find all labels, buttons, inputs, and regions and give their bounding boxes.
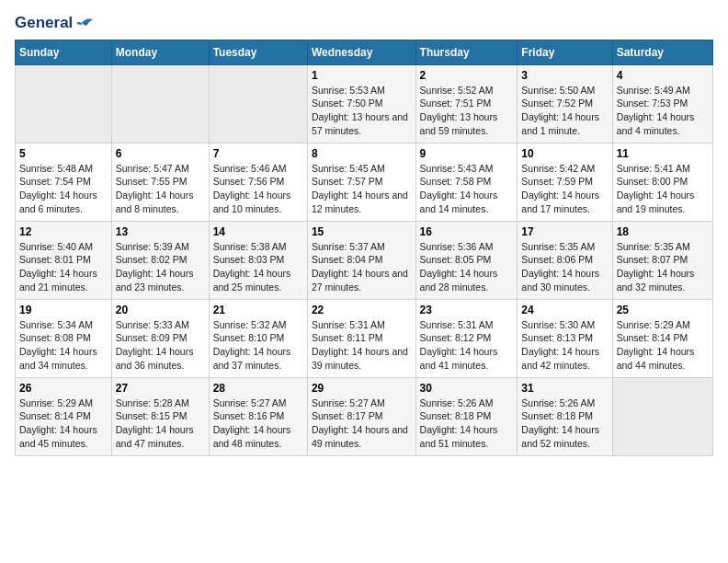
cell-content: Sunset: 8:18 PM [521, 409, 608, 423]
cell-content: Sunset: 8:01 PM [19, 253, 108, 267]
cell-content: Daylight: 14 hours and 32 minutes. [617, 267, 709, 293]
calendar-cell: 22Sunrise: 5:31 AMSunset: 8:11 PMDayligh… [307, 299, 415, 377]
cell-content: Sunrise: 5:28 AM [116, 396, 205, 410]
cell-content: Daylight: 14 hours and 39 minutes. [312, 345, 412, 372]
calendar-cell [111, 64, 209, 143]
calendar-cell: 4Sunrise: 5:49 AMSunset: 7:53 PMDaylight… [612, 64, 712, 143]
cell-content: Daylight: 14 hours and 19 minutes. [617, 189, 709, 215]
cell-content: Sunrise: 5:37 AM [312, 240, 412, 254]
header-cell-wednesday: Wednesday [307, 40, 415, 64]
cell-content: Sunset: 7:51 PM [420, 97, 514, 110]
calendar-cell: 21Sunrise: 5:32 AMSunset: 8:10 PMDayligh… [209, 299, 307, 377]
cell-content: Sunrise: 5:45 AM [312, 162, 412, 176]
calendar-cell: 26Sunrise: 5:29 AMSunset: 8:14 PMDayligh… [16, 377, 112, 455]
calendar-row-0: 1Sunrise: 5:53 AMSunset: 7:50 PMDaylight… [16, 64, 713, 143]
day-number: 11 [617, 147, 709, 160]
day-number: 13 [116, 225, 205, 238]
header-cell-sunday: Sunday [16, 40, 112, 64]
cell-content: Daylight: 14 hours and 48 minutes. [213, 423, 303, 450]
day-number: 1 [312, 69, 412, 82]
cell-content: Daylight: 14 hours and 25 minutes. [213, 267, 303, 293]
calendar-row-2: 12Sunrise: 5:40 AMSunset: 8:01 PMDayligh… [16, 221, 713, 299]
calendar-cell: 18Sunrise: 5:35 AMSunset: 8:07 PMDayligh… [612, 221, 712, 299]
cell-content: Sunrise: 5:32 AM [213, 318, 303, 332]
cell-content: Sunrise: 5:30 AM [521, 318, 608, 332]
cell-content: Daylight: 14 hours and 6 minutes. [19, 189, 108, 215]
page-header: General [15, 15, 713, 32]
cell-content: Sunrise: 5:38 AM [213, 240, 303, 254]
calendar-row-4: 26Sunrise: 5:29 AMSunset: 8:14 PMDayligh… [16, 377, 713, 455]
calendar-cell: 23Sunrise: 5:31 AMSunset: 8:12 PMDayligh… [415, 299, 518, 377]
cell-content: Sunset: 8:14 PM [19, 409, 108, 423]
cell-content: Sunset: 7:50 PM [312, 97, 412, 110]
cell-content: Sunset: 7:56 PM [213, 175, 303, 189]
cell-content: Daylight: 14 hours and 42 minutes. [521, 345, 608, 372]
cell-content: Sunrise: 5:33 AM [116, 318, 205, 332]
cell-content: Sunrise: 5:35 AM [617, 240, 709, 254]
logo-bird-icon [74, 16, 95, 30]
calendar-cell: 17Sunrise: 5:35 AMSunset: 8:06 PMDayligh… [518, 221, 612, 299]
day-number: 28 [213, 382, 303, 395]
cell-content: Daylight: 14 hours and 21 minutes. [19, 267, 108, 293]
cell-content: Daylight: 14 hours and 23 minutes. [116, 267, 205, 293]
calendar-cell: 10Sunrise: 5:42 AMSunset: 7:59 PMDayligh… [518, 143, 612, 221]
calendar-row-1: 5Sunrise: 5:48 AMSunset: 7:54 PMDaylight… [16, 143, 713, 221]
header-cell-monday: Monday [111, 40, 209, 64]
cell-content: Sunrise: 5:46 AM [213, 162, 303, 176]
day-number: 9 [420, 147, 514, 160]
calendar-cell: 19Sunrise: 5:34 AMSunset: 8:08 PMDayligh… [16, 299, 112, 377]
cell-content: Sunset: 8:08 PM [19, 331, 108, 345]
calendar-cell [612, 377, 712, 455]
cell-content: Sunset: 8:00 PM [617, 175, 709, 189]
cell-content: Daylight: 14 hours and 10 minutes. [213, 189, 303, 215]
day-number: 3 [521, 69, 608, 82]
day-number: 30 [420, 382, 514, 395]
calendar-cell: 25Sunrise: 5:29 AMSunset: 8:14 PMDayligh… [612, 299, 712, 377]
cell-content: Sunset: 8:11 PM [312, 331, 412, 345]
calendar-cell: 27Sunrise: 5:28 AMSunset: 8:15 PMDayligh… [111, 377, 209, 455]
cell-content: Sunrise: 5:31 AM [312, 318, 412, 332]
cell-content: Sunset: 8:17 PM [312, 409, 412, 423]
calendar-cell: 13Sunrise: 5:39 AMSunset: 8:02 PMDayligh… [111, 221, 209, 299]
cell-content: Daylight: 13 hours and 57 minutes. [312, 110, 412, 137]
header-cell-saturday: Saturday [612, 40, 712, 64]
cell-content: Sunrise: 5:53 AM [312, 84, 412, 98]
cell-content: Daylight: 14 hours and 34 minutes. [19, 345, 108, 372]
cell-content: Sunset: 8:04 PM [312, 253, 412, 267]
cell-content: Daylight: 14 hours and 14 minutes. [420, 189, 514, 215]
calendar-cell: 3Sunrise: 5:50 AMSunset: 7:52 PMDaylight… [518, 64, 612, 143]
cell-content: Sunset: 8:13 PM [521, 331, 608, 345]
cell-content: Sunset: 7:54 PM [19, 175, 108, 189]
day-number: 29 [312, 382, 412, 395]
calendar-cell: 1Sunrise: 5:53 AMSunset: 7:50 PMDaylight… [307, 64, 415, 143]
logo-general: General [15, 15, 73, 32]
cell-content: Sunset: 8:14 PM [617, 331, 709, 345]
cell-content: Sunset: 8:12 PM [420, 331, 514, 345]
calendar-cell: 14Sunrise: 5:38 AMSunset: 8:03 PMDayligh… [209, 221, 307, 299]
cell-content: Sunrise: 5:43 AM [420, 162, 514, 176]
day-number: 5 [19, 147, 108, 160]
day-number: 27 [116, 382, 205, 395]
calendar-cell: 6Sunrise: 5:47 AMSunset: 7:55 PMDaylight… [111, 143, 209, 221]
day-number: 17 [521, 225, 608, 238]
cell-content: Sunset: 8:03 PM [213, 253, 303, 267]
cell-content: Sunset: 8:15 PM [116, 409, 205, 423]
cell-content: Daylight: 14 hours and 45 minutes. [19, 423, 108, 450]
cell-content: Sunset: 7:57 PM [312, 175, 412, 189]
cell-content: Sunrise: 5:40 AM [19, 240, 108, 254]
cell-content: Sunset: 8:02 PM [116, 253, 205, 267]
cell-content: Sunset: 7:52 PM [521, 97, 608, 110]
calendar-cell: 31Sunrise: 5:26 AMSunset: 8:18 PMDayligh… [518, 377, 612, 455]
calendar-cell: 20Sunrise: 5:33 AMSunset: 8:09 PMDayligh… [111, 299, 209, 377]
cell-content: Sunset: 8:16 PM [213, 409, 303, 423]
calendar-cell: 2Sunrise: 5:52 AMSunset: 7:51 PMDaylight… [415, 64, 518, 143]
calendar-cell: 5Sunrise: 5:48 AMSunset: 7:54 PMDaylight… [16, 143, 112, 221]
cell-content: Sunrise: 5:29 AM [19, 396, 108, 410]
calendar-cell: 16Sunrise: 5:36 AMSunset: 8:05 PMDayligh… [415, 221, 518, 299]
calendar-table: SundayMondayTuesdayWednesdayThursdayFrid… [15, 40, 713, 456]
cell-content: Sunrise: 5:47 AM [116, 162, 205, 176]
cell-content: Daylight: 13 hours and 59 minutes. [420, 110, 514, 137]
cell-content: Sunset: 7:53 PM [617, 97, 709, 110]
day-number: 22 [312, 304, 412, 316]
day-number: 31 [521, 382, 608, 395]
